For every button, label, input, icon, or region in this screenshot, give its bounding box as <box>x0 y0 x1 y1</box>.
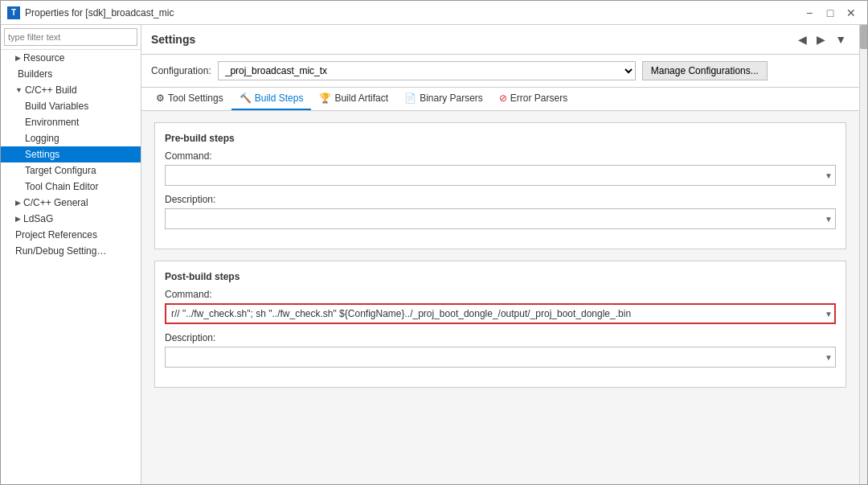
build-steps-icon: 🔨 <box>240 92 252 104</box>
pre-build-command-input[interactable] <box>165 165 836 186</box>
nav-dropdown-button[interactable]: ▼ <box>832 31 850 47</box>
nav-back-button[interactable]: ◀ <box>795 31 810 47</box>
pre-build-command-group: Command: ▼ <box>165 150 836 186</box>
scrollbar-thumb[interactable] <box>860 25 867 49</box>
sidebar-item-logging[interactable]: Logging <box>1 130 141 146</box>
window-title: Properties for [sdk]_broadcast_mic <box>25 7 174 18</box>
post-build-desc-input[interactable] <box>165 347 836 368</box>
sidebar-item-builders[interactable]: Builders <box>1 66 141 82</box>
binary-parsers-icon: 📄 <box>404 92 416 104</box>
arrow-cpp-build: ▼ <box>15 86 23 94</box>
content-area: Pre-build steps Command: ▼ Description: … <box>141 111 859 484</box>
arrow-resource: ▶ <box>15 54 21 62</box>
post-build-desc-group: Description: ▼ <box>165 332 836 368</box>
filter-input[interactable] <box>4 28 137 46</box>
post-build-title: Post-build steps <box>165 271 836 282</box>
sidebar-item-build-variables[interactable]: Build Variables <box>1 98 141 114</box>
config-label: Configuration: <box>151 65 211 76</box>
post-build-desc-label: Description: <box>165 332 836 343</box>
window-controls: − □ ✕ <box>800 5 861 21</box>
sidebar-item-ldsag[interactable]: ▶ LdSaG <box>1 211 141 227</box>
right-panel: Settings ◀ ▶ ▼ Configuration: _proj_broa… <box>141 25 859 484</box>
maximize-button[interactable]: □ <box>821 5 840 21</box>
minimize-button[interactable]: − <box>800 5 819 21</box>
main-window: T Properties for [sdk]_broadcast_mic − □… <box>0 0 868 485</box>
post-build-command-input[interactable] <box>165 303 836 324</box>
panel-nav: ◀ ▶ ▼ <box>795 31 850 47</box>
sidebar-item-project-references[interactable]: Project References <box>1 227 141 243</box>
post-build-command-label: Command: <box>165 289 836 300</box>
tab-error-parsers[interactable]: ⊘ Error Parsers <box>491 88 575 110</box>
build-artifact-icon: 🏆 <box>319 92 331 104</box>
sidebar-item-run-debug-settings[interactable]: Run/Debug Setting… <box>1 243 141 259</box>
pre-build-desc-wrap: ▼ <box>165 208 836 229</box>
error-parsers-icon: ⊘ <box>499 92 507 104</box>
sidebar-item-environment[interactable]: Environment <box>1 114 141 130</box>
sidebar-item-cpp-build[interactable]: ▼ C/C++ Build <box>1 82 141 98</box>
pre-build-desc-label: Description: <box>165 194 836 205</box>
scrollbar[interactable] <box>859 25 867 484</box>
post-build-desc-wrap: ▼ <box>165 347 836 368</box>
sidebar-item-resource[interactable]: ▶ Resource <box>1 50 141 66</box>
panel-title: Settings <box>151 33 195 46</box>
pre-build-title: Pre-build steps <box>165 133 836 144</box>
manage-configurations-button[interactable]: Manage Configurations... <box>642 61 768 80</box>
post-build-command-wrap: ▼ <box>165 303 836 324</box>
tab-tool-settings[interactable]: ⚙ Tool Settings <box>148 88 231 110</box>
pre-build-command-label: Command: <box>165 150 836 162</box>
config-select[interactable]: _proj_broadcast_mic_tx <box>218 61 636 80</box>
post-build-command-group: Command: ▼ <box>165 289 836 324</box>
arrow-cpp-general: ▶ <box>15 199 21 207</box>
config-row: Configuration: _proj_broadcast_mic_tx Ma… <box>141 55 859 88</box>
pre-build-section: Pre-build steps Command: ▼ Description: … <box>154 122 846 249</box>
pre-build-desc-group: Description: ▼ <box>165 194 836 229</box>
filter-box <box>1 25 141 50</box>
nav-forward-button[interactable]: ▶ <box>813 31 829 47</box>
tab-binary-parsers[interactable]: 📄 Binary Parsers <box>396 88 491 110</box>
sidebar-item-tool-chain-editor[interactable]: Tool Chain Editor <box>1 179 141 195</box>
main-content: ▶ Resource Builders ▼ C/C++ Build Build … <box>1 25 867 484</box>
post-build-section: Post-build steps Command: ▼ Description:… <box>154 261 846 388</box>
arrow-ldsag: ▶ <box>15 215 21 223</box>
titlebar: T Properties for [sdk]_broadcast_mic − □… <box>1 1 867 25</box>
sidebar: ▶ Resource Builders ▼ C/C++ Build Build … <box>1 25 141 484</box>
tabs-bar: ⚙ Tool Settings 🔨 Build Steps 🏆 Build Ar… <box>141 88 859 111</box>
panel-header: Settings ◀ ▶ ▼ <box>141 25 859 55</box>
tab-build-artifact[interactable]: 🏆 Build Artifact <box>311 88 396 110</box>
sidebar-item-cpp-general[interactable]: ▶ C/C++ General <box>1 195 141 211</box>
sidebar-item-target-configura[interactable]: Target Configura <box>1 162 141 179</box>
pre-build-command-wrap: ▼ <box>165 165 836 186</box>
tab-build-steps[interactable]: 🔨 Build Steps <box>231 88 312 110</box>
tool-settings-icon: ⚙ <box>156 92 165 104</box>
close-button[interactable]: ✕ <box>841 5 861 21</box>
sidebar-item-settings[interactable]: Settings <box>1 146 141 162</box>
pre-build-desc-input[interactable] <box>165 208 836 229</box>
app-icon: T <box>7 6 20 19</box>
